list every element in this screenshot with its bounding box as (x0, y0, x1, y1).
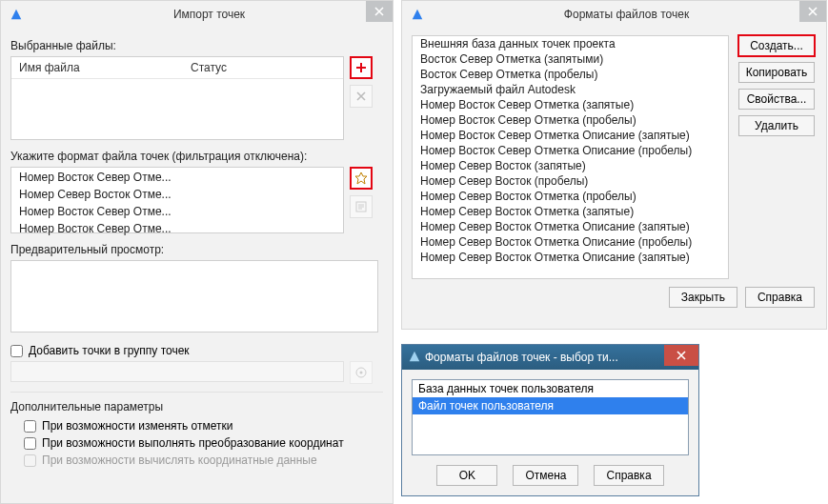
type-chooser-dialog: Форматы файлов точек - выбор ти... База … (401, 344, 699, 496)
list-item[interactable]: Номер Восток Север Отме... (11, 220, 343, 237)
add-to-group-label: Добавить точки в группу точек (29, 344, 190, 357)
close-button[interactable] (366, 1, 393, 22)
list-item[interactable]: Номер Север Восток Отметка (запятые) (413, 204, 728, 219)
copy-button[interactable]: Копировать (738, 62, 815, 83)
app-icon (7, 5, 26, 24)
dialog-title: Форматы файлов точек (427, 8, 826, 21)
svg-marker-6 (410, 351, 420, 361)
calc-coord-label: При возможности вычислять координатные д… (42, 454, 317, 467)
files-list[interactable]: Имя файла Статус (10, 56, 344, 140)
list-item[interactable]: Номер Север Восток (запятые) (413, 158, 728, 173)
list-item[interactable]: Восток Север Отметка (запятыми) (413, 51, 728, 67)
app-icon (408, 350, 421, 366)
svg-marker-0 (11, 10, 22, 20)
svg-marker-5 (413, 10, 423, 20)
list-item[interactable]: Номер Север Восток Отметка Описание (зап… (413, 219, 728, 234)
selected-files-label: Выбранные файлы: (10, 39, 383, 52)
format-label: Укажите формат файла точек (фильтрация о… (10, 150, 383, 163)
list-item[interactable]: Номер Восток Север Отме... (11, 203, 343, 220)
help-button[interactable]: Справка (745, 287, 815, 308)
col-filename[interactable]: Имя файла (11, 57, 183, 78)
close-button[interactable] (799, 1, 826, 22)
list-item[interactable]: Номер Север Восток Отметка Описание (про… (413, 234, 728, 250)
list-item[interactable]: Номер Восток Север Отметка Описание (про… (413, 143, 728, 158)
add-to-group-checkbox[interactable] (10, 345, 23, 357)
type-list[interactable]: База данных точек пользователя Файл точе… (412, 379, 689, 455)
list-item[interactable]: База данных точек пользователя (413, 380, 688, 397)
remove-file-button[interactable] (350, 85, 373, 108)
import-points-dialog: Импорт точек Выбранные файлы: Имя файла … (0, 0, 394, 504)
formats-list[interactable]: Номер Восток Север Отме... Номер Север В… (10, 167, 344, 233)
list-item[interactable]: Номер Восток Север Отме... (11, 169, 343, 186)
properties-button[interactable]: Свойства... (738, 89, 815, 110)
transform-coord-label: При возможности выполнять преобразование… (42, 436, 344, 450)
title-bar: Форматы файлов точек (402, 1, 826, 28)
list-item[interactable]: Номер Восток Север Отметка Описание (зап… (413, 128, 728, 143)
app-icon (408, 5, 427, 24)
group-dropdown[interactable] (10, 361, 344, 382)
pick-group-button[interactable] (350, 361, 373, 384)
svg-marker-1 (355, 172, 367, 184)
ok-button[interactable]: OK (436, 465, 497, 486)
format-options-button[interactable] (350, 195, 373, 218)
add-file-button[interactable] (350, 56, 373, 79)
dialog-title: Форматы файлов точек - выбор ти... (421, 351, 693, 364)
list-item[interactable]: Номер Восток Север Отметка (запятые) (413, 97, 728, 112)
list-item[interactable]: Номер Восток Север Отметка (пробелы) (413, 112, 728, 128)
close-dialog-button[interactable]: Закрыть (669, 287, 737, 308)
formats-full-list[interactable]: Внешняя база данных точек проекта Восток… (412, 35, 729, 279)
list-item[interactable]: Загружаемый файл Autodesk (413, 82, 728, 97)
list-item[interactable]: Внешняя база данных точек проекта (413, 36, 728, 51)
manage-formats-button[interactable] (350, 167, 373, 190)
list-item-selected[interactable]: Файл точек пользователя (413, 397, 688, 414)
list-item[interactable]: Номер Север Восток Отметка Описание (зап… (413, 250, 728, 265)
close-button[interactable] (664, 345, 698, 366)
cancel-button[interactable]: Отмена (513, 465, 578, 486)
files-list-header: Имя файла Статус (11, 57, 343, 79)
preview-label: Предварительный просмотр: (10, 243, 383, 256)
dialog-title: Импорт точек (26, 8, 393, 21)
change-elev-checkbox[interactable] (24, 420, 36, 433)
create-button[interactable]: Создать... (738, 35, 815, 56)
transform-coord-checkbox[interactable] (24, 437, 36, 450)
preview-box (10, 260, 378, 333)
calc-coord-checkbox (24, 454, 36, 467)
title-bar: Форматы файлов точек - выбор ти... (402, 345, 698, 370)
svg-point-4 (360, 372, 363, 374)
list-item[interactable]: Номер Север Восток (пробелы) (413, 173, 728, 189)
title-bar: Импорт точек (1, 1, 393, 28)
list-item[interactable]: Восток Север Отметка (пробелы) (413, 67, 728, 82)
list-item[interactable]: Номер Север Восток Отме... (11, 186, 343, 203)
delete-button[interactable]: Удалить (738, 115, 815, 136)
advanced-label: Дополнительные параметры (10, 400, 383, 413)
col-status[interactable]: Статус (183, 57, 234, 78)
help-button[interactable]: Справка (594, 465, 663, 486)
change-elev-label: При возможности изменять отметки (42, 419, 232, 433)
list-item[interactable]: Номер Север Восток Отметка (пробелы) (413, 189, 728, 204)
formats-dialog: Форматы файлов точек Внешняя база данных… (401, 0, 827, 330)
